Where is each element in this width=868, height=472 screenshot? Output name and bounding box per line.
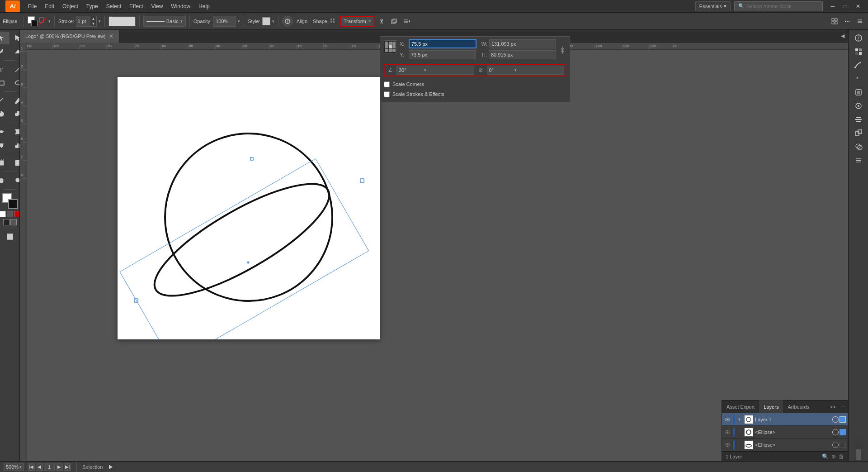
shear-field[interactable]: 0°	[487, 67, 514, 73]
stroke-width-field[interactable]: 1 pt	[76, 19, 90, 24]
preview-view-icon[interactable]	[10, 219, 17, 225]
layers-panel-menu-icon[interactable]: ≡	[840, 404, 848, 410]
last-page-button[interactable]: ▶|	[64, 463, 71, 471]
magnify-tool-icon[interactable]	[10, 174, 20, 187]
ellipse2-select-icon[interactable]	[840, 442, 846, 448]
background-color-swatch[interactable]	[8, 199, 18, 209]
swatches-panel-icon[interactable]	[852, 45, 865, 58]
transform-more-icon[interactable]	[401, 16, 412, 27]
angle-input[interactable]: 30° ▾	[396, 66, 474, 75]
panel-menu-icon[interactable]	[854, 16, 865, 27]
fill-color-swatch[interactable]	[28, 16, 38, 26]
shear-input[interactable]: 0° ▾	[487, 66, 565, 75]
h-field[interactable]: 80.915 px	[491, 52, 554, 57]
new-sublayer-icon[interactable]: ⊕	[831, 453, 836, 460]
prev-page-button[interactable]: ◀	[36, 463, 43, 471]
table-row[interactable]: <Ellipse>	[722, 426, 848, 439]
puppet-warp-icon[interactable]	[376, 16, 387, 27]
layers-more-button[interactable]: >>	[826, 404, 840, 410]
layers-tab[interactable]: Layers	[759, 400, 783, 413]
opacity-input[interactable]: 100%	[213, 16, 236, 27]
zoom-dropdown[interactable]: 500% ▾	[4, 463, 24, 471]
next-page-button[interactable]: ▶	[56, 463, 63, 471]
stroke-panel-icon[interactable]	[852, 154, 865, 167]
menu-object[interactable]: Object	[59, 0, 82, 12]
libraries-icon[interactable]	[829, 16, 840, 27]
opacity-field[interactable]: 100%	[216, 19, 234, 24]
pencil-tool-icon[interactable]	[10, 94, 20, 107]
first-page-button[interactable]: |◀	[28, 463, 35, 471]
scale-corners-label[interactable]: Scale Corners	[392, 81, 424, 87]
fill-color-box[interactable]	[108, 16, 136, 26]
column-graph-tool-icon[interactable]	[10, 139, 20, 152]
graphic-styles-panel-icon[interactable]	[852, 86, 865, 99]
menu-help[interactable]: Help	[195, 0, 213, 12]
menu-select[interactable]: Select	[103, 0, 125, 12]
change-screen-mode-icon[interactable]	[2, 230, 18, 243]
menu-window[interactable]: Window	[167, 0, 194, 12]
x-field[interactable]: 75.5 px	[411, 41, 474, 47]
curvature-tool-icon[interactable]	[10, 45, 20, 58]
document-tab[interactable]: Logo* @ 500% (RGB/GPU Preview) ✕	[20, 30, 119, 43]
layer1-target-icon[interactable]	[832, 416, 839, 423]
canvas-area[interactable]	[27, 50, 848, 461]
normal-view-icon[interactable]	[3, 219, 9, 225]
menu-file[interactable]: File	[24, 0, 40, 12]
layer1-select-icon[interactable]	[840, 416, 846, 423]
align-button[interactable]: Align	[295, 19, 309, 24]
menu-view[interactable]: View	[148, 0, 167, 12]
delete-layer-icon[interactable]: 🗑	[839, 453, 844, 460]
panel-collapse-icon[interactable]: ◀	[839, 33, 846, 40]
type-tool-icon[interactable]: T	[0, 63, 9, 76]
menu-edit[interactable]: Edit	[41, 0, 58, 12]
ellipse1-select-icon[interactable]	[840, 429, 846, 435]
recolor-icon[interactable]	[282, 16, 293, 27]
rotate-tool-icon[interactable]	[0, 108, 9, 120]
artboard-tool-icon[interactable]	[0, 157, 9, 169]
selection-tool-icon[interactable]	[0, 32, 9, 44]
w-input[interactable]: 131.093 px	[489, 39, 556, 48]
line-tool-icon[interactable]	[10, 63, 20, 76]
y-input[interactable]: 73.5 px	[409, 50, 476, 59]
scale-corners-checkbox[interactable]	[384, 81, 390, 87]
anchor-point-grid[interactable]	[384, 40, 397, 53]
rectangle-tool-icon[interactable]	[0, 76, 9, 89]
scale-strokes-label[interactable]: Scale Strokes & Effects	[392, 91, 444, 97]
stroke-down-button[interactable]: ▼	[90, 21, 96, 26]
color-mode-grey-icon[interactable]	[7, 211, 13, 217]
pen-tool-icon[interactable]	[0, 45, 9, 58]
h-input[interactable]: 80.915 px	[489, 50, 556, 59]
color-mode-red-icon[interactable]	[14, 211, 20, 217]
more-tools-icon[interactable]	[842, 16, 853, 27]
warp-tool-icon[interactable]	[0, 125, 9, 138]
asset-export-tab[interactable]: Asset Export	[722, 400, 759, 413]
x-input[interactable]: 75.5 px	[409, 39, 476, 48]
menu-type[interactable]: Type	[83, 0, 102, 12]
angle-dropdown-icon[interactable]: ▾	[424, 68, 427, 72]
stroke-width-input[interactable]: 1 pt ▲ ▼	[76, 16, 97, 27]
align-panel-icon[interactable]	[852, 113, 865, 126]
brushes-panel-icon[interactable]	[852, 59, 865, 72]
symbol-tool-icon[interactable]	[0, 139, 9, 152]
ellipse1-target-icon[interactable]	[832, 429, 839, 435]
symbols-panel-icon[interactable]: *	[852, 72, 865, 85]
find-in-layers-icon[interactable]: 🔍	[822, 453, 829, 460]
search-adobe-stock-input[interactable]	[746, 4, 819, 9]
transform-button[interactable]: Transform ≡	[340, 16, 374, 27]
slice-tool-icon[interactable]	[10, 157, 20, 169]
page-number-input[interactable]: 1	[44, 463, 55, 471]
direct-selection-tool-icon[interactable]	[10, 32, 20, 44]
stroke-style-dropdown[interactable]: Basic ▾	[143, 16, 186, 27]
play-animation-button[interactable]	[106, 462, 115, 472]
w-field[interactable]: 131.093 px	[491, 41, 554, 47]
table-row[interactable]: <Ellipse>	[722, 439, 848, 451]
layer1-expand-icon[interactable]: ▾	[736, 416, 742, 423]
zoom-tool-icon[interactable]	[0, 174, 9, 187]
scale-strokes-checkbox[interactable]	[384, 91, 390, 97]
color-mode-white-icon[interactable]	[0, 211, 6, 217]
menu-effect[interactable]: Effect	[126, 0, 146, 12]
ellipse-tool-icon[interactable]	[10, 76, 20, 89]
stroke-up-button[interactable]: ▲	[90, 16, 96, 21]
transform-panel-icon[interactable]	[852, 127, 865, 139]
ellipse1-visibility-icon[interactable]	[724, 429, 731, 436]
